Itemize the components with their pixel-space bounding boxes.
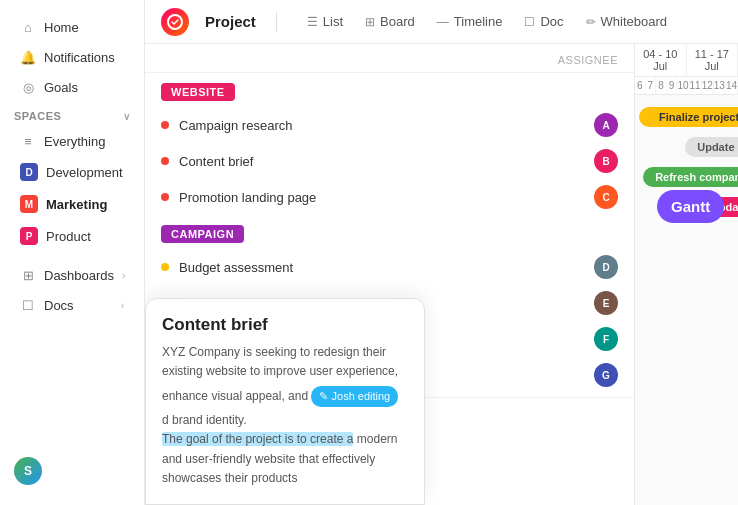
tab-list[interactable]: ☰ List bbox=[297, 9, 353, 34]
everything-icon: ≡ bbox=[20, 133, 36, 149]
avatar: A bbox=[594, 113, 618, 137]
gantt-row-3: Refresh company website bbox=[635, 163, 738, 191]
timeline-icon: — bbox=[437, 15, 449, 29]
tab-whiteboard[interactable]: ✏ Whiteboard bbox=[576, 9, 677, 34]
task-name: Content brief bbox=[179, 154, 594, 169]
development-dot: D bbox=[20, 163, 38, 181]
gantt-header: 04 - 10 Jul 11 - 17 Jul bbox=[635, 44, 738, 77]
bell-icon: 🔔 bbox=[20, 49, 36, 65]
sidebar-item-goals[interactable]: ◎ Goals bbox=[6, 73, 138, 101]
gantt-empty-row bbox=[635, 315, 738, 343]
sidebar-item-label: Product bbox=[46, 229, 91, 244]
task-row[interactable]: Campaign research A bbox=[145, 107, 634, 143]
docs-chevron: › bbox=[121, 300, 124, 311]
gantt-week-1: 04 - 10 Jul bbox=[635, 44, 687, 76]
avatar: G bbox=[594, 363, 618, 387]
goals-icon: ◎ bbox=[20, 79, 36, 95]
sidebar: ⌂ Home 🔔 Notifications ◎ Goals Spaces ∨ … bbox=[0, 0, 145, 505]
avatar: D bbox=[594, 255, 618, 279]
doc-content: XYZ Company is seeking to redesign their… bbox=[162, 343, 408, 488]
gantt-row-2: Update key objectives bbox=[635, 133, 738, 161]
assignee-col-label: ASSIGNEE bbox=[558, 54, 618, 66]
avatar: E bbox=[594, 291, 618, 315]
header-divider bbox=[276, 12, 277, 32]
gantt-day: 9 bbox=[667, 77, 678, 94]
task-row[interactable]: Promotion landing page C bbox=[145, 179, 634, 215]
gantt-empty-row bbox=[635, 231, 738, 259]
docs-icon: ☐ bbox=[20, 297, 36, 313]
sidebar-item-home[interactable]: ⌂ Home bbox=[6, 13, 138, 41]
avatar: F bbox=[594, 327, 618, 351]
tab-doc[interactable]: ☐ Doc bbox=[514, 9, 573, 34]
marketing-dot: M bbox=[20, 195, 38, 213]
spaces-section: Spaces ∨ bbox=[0, 102, 144, 126]
main-content: Project ☰ List ⊞ Board — Timeline ☐ Doc … bbox=[145, 0, 738, 505]
sidebar-item-product[interactable]: P Product bbox=[6, 221, 138, 251]
task-dot bbox=[161, 263, 169, 271]
task-row[interactable]: Content brief B bbox=[145, 143, 634, 179]
avatar: B bbox=[594, 149, 618, 173]
sidebar-user[interactable]: S bbox=[0, 449, 144, 493]
tab-label: Board bbox=[380, 14, 415, 29]
gantt-bar-1[interactable]: Finalize project scope bbox=[639, 107, 738, 127]
project-title: Project bbox=[205, 13, 256, 30]
task-dot bbox=[161, 193, 169, 201]
sidebar-item-marketing[interactable]: M Marketing bbox=[6, 189, 138, 219]
gantt-day: 12 bbox=[702, 77, 714, 94]
sidebar-item-everything[interactable]: ≡ Everything bbox=[6, 127, 138, 155]
sidebar-item-label: Home bbox=[44, 20, 79, 35]
gantt-empty-row bbox=[635, 259, 738, 287]
sidebar-item-notifications[interactable]: 🔔 Notifications bbox=[6, 43, 138, 71]
gantt-day: 13 bbox=[714, 77, 726, 94]
task-dot bbox=[161, 157, 169, 165]
gantt-body: Finalize project scope Update key object… bbox=[635, 95, 738, 349]
sidebar-item-dashboards[interactable]: ⊞ Dashboards › bbox=[6, 261, 138, 289]
gantt-row-1: Finalize project scope bbox=[635, 103, 738, 131]
gantt-day: 10 bbox=[677, 77, 689, 94]
doc-panel: Content brief XYZ Company is seeking to … bbox=[145, 298, 425, 505]
sidebar-item-development[interactable]: D Development bbox=[6, 157, 138, 187]
tab-timeline[interactable]: — Timeline bbox=[427, 9, 513, 34]
gantt-panel: 04 - 10 Jul 11 - 17 Jul 6 7 8 9 10 11 12… bbox=[635, 44, 738, 505]
sidebar-item-label: Dashboards bbox=[44, 268, 114, 283]
avatar: C bbox=[594, 185, 618, 209]
sidebar-item-label: Docs bbox=[44, 298, 74, 313]
task-row[interactable]: Budget assessment D bbox=[145, 249, 634, 285]
gantt-day: 6 bbox=[635, 77, 646, 94]
list-icon: ☰ bbox=[307, 15, 318, 29]
doc-text-after: d brand identity. bbox=[162, 413, 247, 427]
tab-label: Timeline bbox=[454, 14, 503, 29]
group-campaign-label: CAMPAIGN bbox=[161, 225, 244, 243]
gantt-day: 7 bbox=[646, 77, 657, 94]
tab-label: List bbox=[323, 14, 343, 29]
sidebar-item-label: Marketing bbox=[46, 197, 107, 212]
sidebar-item-docs[interactable]: ☐ Docs › bbox=[6, 291, 138, 319]
task-name: Budget assessment bbox=[179, 260, 594, 275]
header-tabs: ☰ List ⊞ Board — Timeline ☐ Doc ✏ Whiteb… bbox=[297, 9, 677, 34]
doc-title: Content brief bbox=[162, 315, 408, 335]
dashboards-chevron: › bbox=[122, 270, 125, 281]
chevron-icon: ∨ bbox=[123, 111, 131, 122]
gantt-tooltip[interactable]: Gantt bbox=[657, 190, 724, 223]
dashboards-icon: ⊞ bbox=[20, 267, 36, 283]
header: Project ☰ List ⊞ Board — Timeline ☐ Doc … bbox=[145, 0, 738, 44]
tab-board[interactable]: ⊞ Board bbox=[355, 9, 425, 34]
product-dot: P bbox=[20, 227, 38, 245]
sidebar-item-label: Everything bbox=[44, 134, 105, 149]
gantt-day: 14 bbox=[726, 77, 738, 94]
gantt-spacer bbox=[635, 223, 738, 231]
gantt-day: 8 bbox=[656, 77, 667, 94]
sidebar-item-label: Goals bbox=[44, 80, 78, 95]
doc-edit-badge[interactable]: ✎ Josh editing bbox=[311, 386, 398, 408]
gantt-week-2: 11 - 17 Jul bbox=[687, 44, 739, 76]
doc-icon: ☐ bbox=[524, 15, 535, 29]
tab-label: Whiteboard bbox=[601, 14, 667, 29]
gantt-bar-3[interactable]: Refresh company website bbox=[643, 167, 738, 187]
gantt-days: 6 7 8 9 10 11 12 13 14 bbox=[635, 77, 738, 95]
sidebar-item-label: Development bbox=[46, 165, 123, 180]
group-website-label: WEBSITE bbox=[161, 83, 235, 101]
task-name: Promotion landing page bbox=[179, 190, 594, 205]
board-icon: ⊞ bbox=[365, 15, 375, 29]
task-panel: ASSIGNEE WEBSITE Campaign research A Con… bbox=[145, 44, 635, 505]
gantt-bar-2[interactable]: Update key objectives bbox=[685, 137, 738, 157]
